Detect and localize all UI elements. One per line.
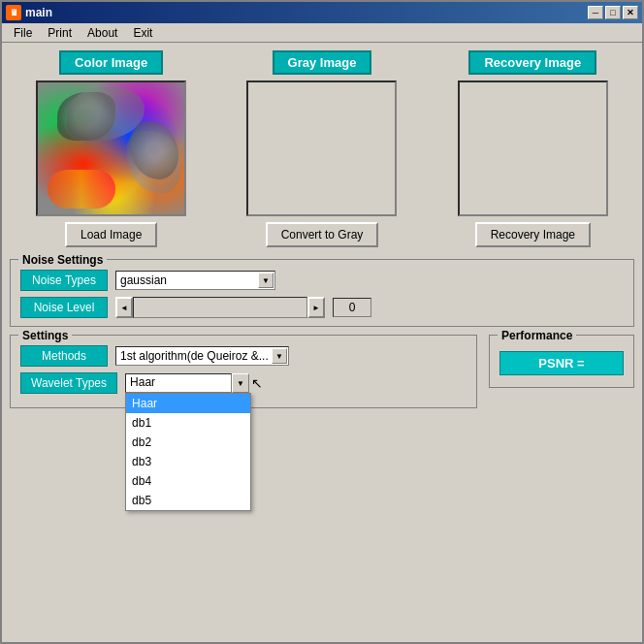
- psnr-display: PSNR =: [499, 351, 624, 375]
- wavelet-input-value: Haar: [130, 375, 155, 389]
- color-image-box: [36, 80, 186, 216]
- menu-print[interactable]: Print: [40, 24, 80, 42]
- gray-image-label: Gray Image: [273, 50, 372, 75]
- noise-level-track[interactable]: [133, 297, 307, 318]
- methods-label: Methods: [20, 345, 108, 367]
- wavelet-dropdown-list: Haar db1 db2 db3 db4 db5: [125, 393, 251, 511]
- methods-select-wrapper: 1st algorithm(de Queiroz &... 2nd algori…: [115, 346, 289, 366]
- bottom-row: Settings Methods 1st algorithm(de Queiro…: [10, 335, 634, 408]
- wavelet-option-db4[interactable]: db4: [126, 471, 250, 491]
- noise-level-slider-container: ◄ ►: [115, 297, 325, 318]
- slider-right-button[interactable]: ►: [307, 297, 325, 318]
- performance-title: Performance: [498, 329, 576, 342]
- title-bar: 🖥 main ─ □ ✕: [2, 2, 642, 23]
- recovery-image-box: [458, 80, 608, 216]
- recovery-image-button[interactable]: Recovery Image: [475, 222, 591, 247]
- noise-types-row: Noise Types gaussian salt & pepper speck…: [20, 270, 624, 291]
- maximize-button[interactable]: □: [605, 6, 621, 19]
- wavelet-row: Wavelet Types Haar ▼ ↖ Haar: [20, 372, 467, 394]
- wavelet-input-field[interactable]: Haar: [125, 373, 232, 393]
- noise-level-label: Noise Level: [20, 297, 108, 318]
- title-controls: ─ □ ✕: [588, 6, 638, 19]
- slider-left-button[interactable]: ◄: [115, 297, 133, 318]
- wavelet-option-db3[interactable]: db3: [126, 452, 250, 471]
- close-button[interactable]: ✕: [623, 6, 638, 19]
- wavelet-input-row: Haar ▼ ↖: [125, 373, 263, 393]
- noise-level-value: 0: [333, 298, 371, 317]
- recovery-image-panel: Recovery Image Recovery Image: [458, 50, 608, 247]
- cursor-indicator: ↖: [251, 375, 263, 391]
- load-image-button[interactable]: Load Image: [65, 222, 157, 247]
- gray-image-content: [248, 82, 395, 214]
- menu-about[interactable]: About: [80, 24, 125, 42]
- color-image-content: [38, 82, 186, 216]
- gray-image-panel: Gray Image Convert to Gray: [246, 50, 397, 247]
- noise-type-select-wrapper: gaussian salt & pepper speckle ▼: [115, 271, 275, 290]
- window-title: main: [25, 6, 52, 19]
- menu-bar: File Print About Exit: [2, 23, 642, 43]
- main-window: 🖥 main ─ □ ✕ File Print About Exit Color…: [0, 0, 644, 644]
- images-row: Color Image Load Image Gray Image Conver…: [10, 50, 634, 247]
- wavelet-dropdown-container: Haar ▼ ↖ Haar db1 db2 db3: [125, 373, 263, 393]
- settings-title: Settings: [18, 329, 72, 342]
- recovery-image-label: Recovery Image: [468, 50, 596, 75]
- color-image-label: Color Image: [59, 50, 163, 75]
- recovery-image-content: [460, 82, 606, 214]
- convert-to-gray-button[interactable]: Convert to Gray: [266, 222, 379, 247]
- menu-exit[interactable]: Exit: [125, 24, 160, 42]
- noise-level-row: Noise Level ◄ ► 0: [20, 297, 624, 318]
- noise-types-label: Noise Types: [20, 270, 108, 291]
- wavelet-option-haar[interactable]: Haar: [126, 394, 250, 413]
- menu-file[interactable]: File: [6, 24, 40, 42]
- wavelet-option-db2[interactable]: db2: [126, 433, 250, 452]
- window-icon: 🖥: [6, 5, 21, 20]
- noise-settings-title: Noise Settings: [18, 253, 107, 267]
- main-content: Color Image Load Image Gray Image Conver…: [2, 43, 642, 642]
- methods-select[interactable]: 1st algorithm(de Queiroz &... 2nd algori…: [115, 346, 289, 366]
- wavelet-label: Wavelet Types: [20, 372, 117, 394]
- minimize-button[interactable]: ─: [588, 6, 603, 19]
- performance-panel: Performance PSNR =: [489, 335, 634, 388]
- noise-type-select[interactable]: gaussian salt & pepper speckle: [115, 271, 275, 290]
- methods-row: Methods 1st algorithm(de Queiroz &... 2n…: [20, 345, 467, 367]
- wavelet-dropdown-button[interactable]: ▼: [232, 373, 249, 393]
- wavelet-option-db5[interactable]: db5: [126, 491, 250, 510]
- wavelet-option-db1[interactable]: db1: [126, 413, 250, 433]
- gray-image-box: [246, 80, 397, 216]
- color-image-panel: Color Image Load Image: [36, 50, 186, 247]
